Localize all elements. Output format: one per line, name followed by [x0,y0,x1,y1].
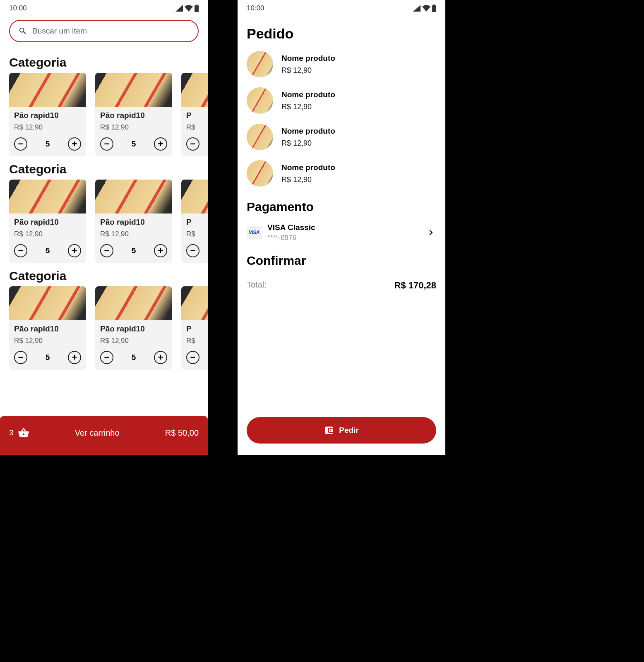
product-card[interactable]: P R$ − + [181,180,208,263]
product-name: Pão rapid10 [100,218,167,227]
total-label: Total: [247,280,267,291]
cart-total: R$ 50,00 [165,428,199,438]
order-item: Nome produto R$ 12,90 [238,82,445,119]
product-price: R$ 12,90 [14,123,81,132]
order-button[interactable]: Pedir [247,417,436,444]
product-price: R$ 12,90 [14,337,81,345]
product-name: P [186,111,208,120]
cart-bar[interactable]: 3 Ver carrinho R$ 50,00 [0,416,208,455]
order-item-name: Nome produto [281,127,335,136]
confirm-title: Confirmar [238,245,445,273]
svg-rect-1 [196,5,197,6]
decrement-button[interactable]: − [14,351,27,364]
decrement-button[interactable]: − [100,137,113,151]
payment-name: VISA Classic [267,223,420,232]
order-item-name: Nome produto [281,163,335,172]
order-item-image [247,160,273,187]
category-row[interactable]: Pão rapid10 R$ 12,90 − 5 + Pão rapid10 R… [0,286,208,370]
product-price: R$ 12,90 [100,123,167,132]
order-items: Nome produto R$ 12,90 Nome produto R$ 12… [238,46,445,192]
product-name: P [186,218,208,227]
product-image [95,73,172,107]
order-item-price: R$ 12,90 [281,175,335,184]
total-value: R$ 170,28 [394,280,436,291]
wallet-icon [324,425,334,435]
product-card[interactable]: Pão rapid10 R$ 12,90 − 5 + [9,286,86,370]
decrement-button[interactable]: − [14,137,27,151]
product-card[interactable]: Pão rapid10 R$ 12,90 − 5 + [95,180,172,263]
product-price: R$ [186,123,208,132]
order-item-price: R$ 12,90 [281,66,335,75]
signal-icon [413,5,421,12]
increment-button[interactable]: + [68,351,81,364]
battery-icon [195,5,199,12]
categories-list: Categoria Pão rapid10 R$ 12,90 − 5 + Pão… [0,50,208,370]
product-image [181,73,208,107]
order-item-price: R$ 12,90 [281,103,335,111]
category-title: Categoria [0,263,208,286]
visa-badge: VISA [247,226,262,239]
category-row[interactable]: Pão rapid10 R$ 12,90 − 5 + Pão rapid10 R… [0,180,208,263]
battery-icon [432,5,436,12]
search-field[interactable] [9,20,199,42]
payment-number: ****-0976 [267,234,420,242]
svg-rect-2 [432,5,436,12]
product-price: R$ 12,90 [100,230,167,238]
product-card[interactable]: Pão rapid10 R$ 12,90 − 5 + [95,73,172,156]
order-title: Pedido [238,15,445,46]
quantity-value: 5 [132,139,136,149]
payment-title: Pagamento [238,192,445,220]
quantity-value: 5 [132,246,136,255]
search-input[interactable] [32,26,190,36]
svg-rect-0 [195,5,199,12]
signal-icon [175,5,183,12]
wifi-icon [422,5,430,12]
quantity-value: 5 [132,353,136,362]
payment-method[interactable]: VISA VISA Classic ****-0976 [238,220,445,245]
product-name: P [186,324,208,333]
product-card[interactable]: P R$ − + [181,73,208,156]
product-card[interactable]: Pão rapid10 R$ 12,90 − 5 + [9,180,86,263]
order-item-image [247,124,273,150]
checkout-screen: 10:00 Pedido Nome produto R$ 12,90 Nome … [238,0,445,455]
product-image [95,180,172,213]
product-name: Pão rapid10 [100,324,167,333]
product-price: R$ [186,230,208,238]
product-name: Pão rapid10 [14,218,81,227]
product-image [9,73,86,107]
decrement-button[interactable]: − [100,351,113,364]
category-row[interactable]: Pão rapid10 R$ 12,90 − 5 + Pão rapid10 R… [0,73,208,156]
product-image [9,286,86,320]
status-icons [413,5,436,12]
product-name: Pão rapid10 [14,111,81,120]
quantity-value: 5 [46,246,50,255]
product-card[interactable]: P R$ − + [181,286,208,370]
increment-button[interactable]: + [68,244,81,257]
order-item-image [247,51,273,77]
svg-rect-3 [433,5,435,6]
product-card[interactable]: Pão rapid10 R$ 12,90 − 5 + [9,73,86,156]
product-price: R$ 12,90 [100,337,167,345]
increment-button[interactable]: + [68,137,81,151]
cart-count: 3 [9,428,14,437]
decrement-button[interactable]: − [100,244,113,257]
product-card[interactable]: Pão rapid10 R$ 12,90 − 5 + [95,286,172,370]
product-image [181,180,208,213]
product-image [95,286,172,320]
product-image [9,180,86,213]
status-icons [175,5,199,12]
cart-label: Ver carrinho [29,428,165,438]
decrement-button[interactable]: − [186,244,199,257]
chevron-right-icon [425,227,436,238]
increment-button[interactable]: + [154,351,167,364]
status-time: 10:00 [9,4,27,12]
increment-button[interactable]: + [154,137,167,151]
decrement-button[interactable]: − [14,244,27,257]
increment-button[interactable]: + [154,244,167,257]
product-price: R$ 12,90 [14,230,81,238]
decrement-button[interactable]: − [186,137,199,151]
quantity-value: 5 [46,353,50,362]
order-item-name: Nome produto [281,90,335,99]
decrement-button[interactable]: − [186,351,199,364]
order-item: Nome produto R$ 12,90 [238,155,445,192]
